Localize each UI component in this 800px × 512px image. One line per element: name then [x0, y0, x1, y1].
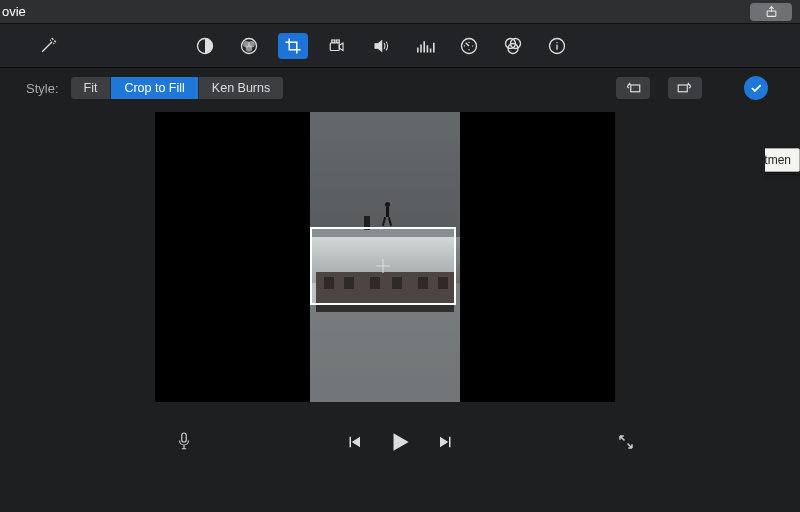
speed-icon[interactable] — [454, 33, 484, 59]
svg-rect-16 — [182, 433, 187, 442]
share-button[interactable] — [750, 3, 792, 21]
crop-icon[interactable] — [278, 33, 308, 59]
crop-handle-bl[interactable] — [310, 293, 322, 305]
svg-rect-15 — [678, 85, 687, 92]
style-crop-to-fill-button[interactable]: Crop to Fill — [110, 77, 197, 99]
crop-rectangle[interactable] — [310, 227, 456, 305]
style-segmented-control: Fit Crop to Fill Ken Burns — [71, 77, 284, 99]
preview-viewer[interactable] — [155, 112, 615, 402]
play-button[interactable] — [387, 429, 413, 455]
style-fit-button[interactable]: Fit — [71, 77, 111, 99]
adjustments-toolbar — [0, 24, 800, 68]
equalizer-icon[interactable] — [410, 33, 440, 59]
crop-style-bar: Style: Fit Crop to Fill Ken Burns — [0, 68, 800, 108]
app-title: ovie — [2, 4, 26, 19]
contrast-icon[interactable] — [190, 33, 220, 59]
crop-handle-br[interactable] — [444, 293, 456, 305]
rotate-cw-button[interactable] — [668, 77, 702, 99]
titlebar: ovie — [0, 0, 800, 24]
next-button[interactable] — [437, 433, 455, 451]
color-filter-icon[interactable] — [498, 33, 528, 59]
clip-thumbnail — [310, 112, 460, 402]
rotate-ccw-button[interactable] — [616, 77, 650, 99]
wand-icon[interactable] — [33, 33, 63, 59]
crop-handle-tl[interactable] — [310, 227, 322, 239]
fullscreen-icon[interactable] — [617, 433, 635, 451]
apply-crop-button[interactable] — [744, 76, 768, 100]
transport-bar — [35, 420, 765, 464]
microphone-icon[interactable] — [175, 431, 193, 453]
svg-rect-14 — [631, 85, 640, 92]
crop-handle-tr[interactable] — [444, 227, 456, 239]
style-label: Style: — [26, 81, 59, 96]
svg-point-5 — [246, 45, 253, 52]
svg-rect-6 — [330, 43, 339, 51]
camera-icon[interactable] — [322, 33, 352, 59]
svg-rect-8 — [336, 40, 339, 42]
prev-button[interactable] — [345, 433, 363, 451]
style-ken-burns-button[interactable]: Ken Burns — [198, 77, 283, 99]
svg-rect-7 — [332, 40, 335, 42]
volume-icon[interactable] — [366, 33, 396, 59]
info-icon[interactable] — [542, 33, 572, 59]
viewer-area — [35, 112, 765, 412]
color-wheel-icon[interactable] — [234, 33, 264, 59]
